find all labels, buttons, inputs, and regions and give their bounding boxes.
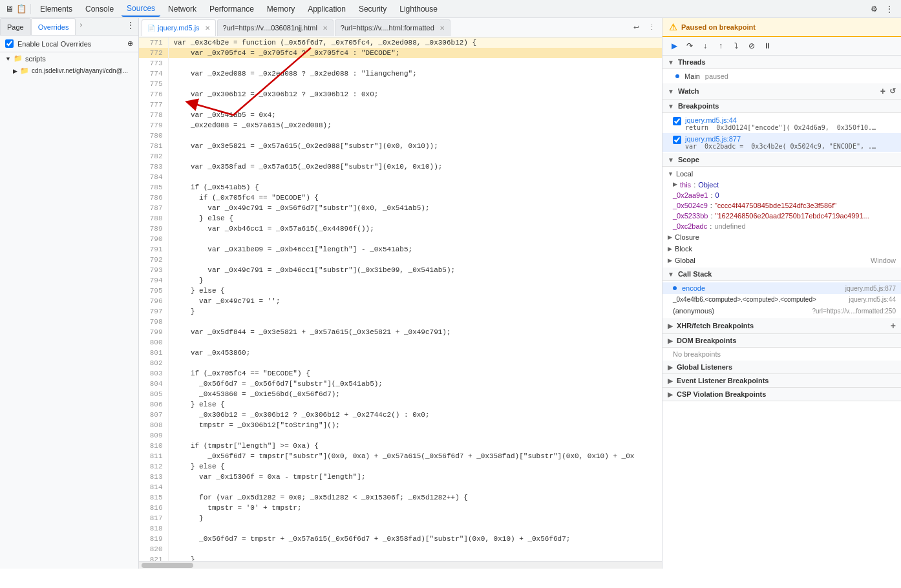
tab-history-icon[interactable]: ↩ (630, 21, 643, 34)
code-line-795[interactable]: 795 } else { (139, 286, 662, 296)
code-line-780[interactable]: 780 (139, 131, 662, 141)
more-icon[interactable]: ⋮ (883, 3, 896, 16)
code-line-819[interactable]: 819 _0x56f6d7 = tmpstr + _0x57a615(_0x56… (139, 534, 662, 544)
code-line-806[interactable]: 806 } else { (139, 399, 662, 410)
threads-section-header[interactable]: ▼ Threads (662, 56, 901, 69)
code-line-789[interactable]: 789 var _0xb46cc1 = _0x57a615(_0x44896f(… (139, 224, 662, 234)
horizontal-scrollbar[interactable] (139, 561, 662, 569)
code-line-818[interactable]: 818 (139, 523, 662, 534)
menu-security[interactable]: Security (354, 2, 392, 16)
code-line-820[interactable]: 820 (139, 544, 662, 554)
code-line-787[interactable]: 787 var _0x49c791 = _0x56f6d7["substr"](… (139, 203, 662, 213)
code-line-785[interactable]: 785 if (_0x541ab5) { (139, 182, 662, 193)
scope-local-header[interactable]: ▼ Local (662, 168, 901, 180)
code-line-808[interactable]: 808 tmpstr = _0x306b12["toString"](); (139, 420, 662, 430)
overrides-settings[interactable]: ⊕ (127, 39, 133, 48)
deactivate-breakpoints-button[interactable]: ⊘ (745, 39, 758, 52)
scope-closure-header[interactable]: ▶ Closure (662, 231, 901, 243)
resume-button[interactable]: ▶ (668, 39, 681, 52)
callstack-section-header[interactable]: ▼ Call Stack (662, 268, 901, 281)
menu-lighthouse[interactable]: Lighthouse (394, 2, 443, 16)
dom-breakpoints-header[interactable]: ▶ DOM Breakpoints (662, 334, 901, 348)
tab-close-jquery[interactable]: ✕ (205, 25, 210, 32)
code-container[interactable]: 771var _0x3c4b2e = function (_0x56f6d7, … (139, 37, 662, 561)
menu-network[interactable]: Network (163, 2, 202, 16)
code-line-775[interactable]: 775 (139, 79, 662, 89)
step-out-button[interactable]: ↑ (714, 39, 727, 52)
code-line-812[interactable]: 812 } else { (139, 461, 662, 472)
scope-global-header[interactable]: ▶ Global Window (662, 255, 901, 266)
code-line-797[interactable]: 797 } (139, 306, 662, 317)
bp2-checkbox[interactable] (673, 136, 681, 144)
scope-var4[interactable]: _0xc2badc : undefined (662, 221, 901, 231)
code-line-772[interactable]: 772 var _0x705fc4 = _0x705fc4 ? _0x705fc… (139, 48, 662, 58)
code-line-788[interactable]: 788 } else { (139, 213, 662, 224)
scope-var1[interactable]: _0x2aa9e1 : 0 (662, 190, 901, 200)
more-tabs-icon[interactable]: › (76, 18, 86, 35)
code-line-782[interactable]: 782 (139, 151, 662, 162)
code-line-810[interactable]: 810 if (tmpstr["length"] >= 0xa) { (139, 441, 662, 451)
code-line-811[interactable]: 811 _0x56f6d7 = tmpstr["substr"](0x0, 0x… (139, 451, 662, 461)
code-line-809[interactable]: 809 (139, 430, 662, 441)
code-line-796[interactable]: 796 var _0x49c791 = ''; (139, 296, 662, 306)
bp1-checkbox[interactable] (673, 117, 681, 125)
code-line-777[interactable]: 777 (139, 100, 662, 110)
xhr-add-icon[interactable]: + (891, 320, 896, 331)
xhr-breakpoints-header[interactable]: ▶ XHR/fetch Breakpoints + (662, 318, 901, 334)
code-line-783[interactable]: 783 var _0x358fad = _0x57a615(_0x2ed088[… (139, 162, 662, 172)
breakpoints-section-header[interactable]: ▼ Breakpoints (662, 100, 901, 113)
watch-refresh-icon[interactable]: ↺ (889, 87, 896, 96)
thread-main[interactable]: Main paused (662, 70, 901, 82)
scope-section-header[interactable]: ▼ Scope (662, 153, 901, 167)
menu-elements[interactable]: Elements (35, 2, 78, 16)
tab-url2[interactable]: ?url=https://v....036081njj.html ✕ (217, 19, 334, 36)
scroll-thumb[interactable] (142, 563, 193, 568)
code-line-771[interactable]: 771var _0x3c4b2e = function (_0x56f6d7, … (139, 37, 662, 48)
code-line-800[interactable]: 800 (139, 337, 662, 348)
more-options-icon[interactable]: ⋮ (123, 18, 138, 35)
scope-block-header[interactable]: ▶ Block (662, 243, 901, 255)
code-line-773[interactable]: 773 (139, 58, 662, 68)
csp-bp-header[interactable]: ▶ CSP Violation Breakpoints (662, 388, 901, 401)
menu-memory[interactable]: Memory (262, 2, 300, 16)
tab-jquery-md5[interactable]: 📄 jquery.md5.js ✕ (142, 19, 216, 36)
code-line-816[interactable]: 816 tmpstr = '0' + tmpstr; (139, 503, 662, 513)
tab-close-2[interactable]: ✕ (323, 25, 328, 32)
callstack-item-0[interactable]: encode jquery.md5.js:877 (662, 282, 901, 294)
code-line-779[interactable]: 779 _0x2ed088 = _0x57a615(_0x2ed088); (139, 120, 662, 131)
tab-overrides[interactable]: Overrides (31, 18, 76, 35)
code-line-794[interactable]: 794 } (139, 275, 662, 286)
code-line-817[interactable]: 817 } (139, 513, 662, 523)
overrides-checkbox[interactable] (5, 39, 14, 48)
code-line-813[interactable]: 813 var _0x15306f = 0xa - tmpstr["length… (139, 472, 662, 482)
scope-this[interactable]: ▶ this : Object (662, 180, 901, 190)
step-over-button[interactable]: ↷ (683, 39, 696, 52)
breakpoint-1[interactable]: jquery.md5.js:44 return _0x3d0124["encod… (662, 114, 901, 133)
pause-exceptions-button[interactable]: ⏸ (761, 39, 774, 52)
watch-section-header[interactable]: ▼ Watch + ↺ (662, 83, 901, 100)
code-line-815[interactable]: 815 for (var _0x5d1282 = 0x0; _0x5d1282 … (139, 492, 662, 503)
scope-var2[interactable]: _0x5024c9 : "cccc4f44750845bde1524dfc3e3… (662, 200, 901, 211)
code-line-778[interactable]: 778 var _0x541ab5 = 0x4; (139, 110, 662, 120)
menu-console[interactable]: Console (80, 2, 119, 16)
code-line-798[interactable]: 798 (139, 317, 662, 327)
code-line-807[interactable]: 807 _0x306b12 = _0x306b12 ? _0x306b12 + … (139, 410, 662, 420)
step-into-button[interactable]: ↓ (699, 39, 712, 52)
settings-icon[interactable]: ⚙ (867, 3, 880, 16)
code-line-801[interactable]: 801 var _0x453860; (139, 348, 662, 358)
tree-cdn-folder[interactable]: ▶ 📁 cdn.jsdelivr.net/gh/ayanyi/cdn@... (0, 65, 138, 77)
event-listener-bp-header[interactable]: ▶ Event Listener Breakpoints (662, 374, 901, 388)
step-button[interactable]: ⤵ (730, 39, 743, 52)
menu-performance[interactable]: Performance (204, 2, 259, 16)
code-line-792[interactable]: 792 (139, 255, 662, 265)
callstack-item-1[interactable]: _0x4e4fb6.<computed>.<computed>.<compute… (662, 294, 901, 305)
code-line-781[interactable]: 781 var _0x3e5821 = _0x57a615(_0x2ed088[… (139, 141, 662, 151)
tab-more-icon[interactable]: ⋮ (644, 21, 659, 34)
code-line-804[interactable]: 804 _0x56f6d7 = _0x56f6d7["substr"](_0x5… (139, 379, 662, 389)
code-line-802[interactable]: 802 (139, 358, 662, 368)
code-line-799[interactable]: 799 var _0x5df844 = _0x3e5821 + _0x57a61… (139, 327, 662, 337)
code-line-814[interactable]: 814 (139, 482, 662, 492)
code-line-805[interactable]: 805 _0x453860 = _0x1e56bd(_0x56f6d7); (139, 389, 662, 399)
menu-application[interactable]: Application (302, 2, 351, 16)
tab-page[interactable]: Page (0, 18, 31, 35)
